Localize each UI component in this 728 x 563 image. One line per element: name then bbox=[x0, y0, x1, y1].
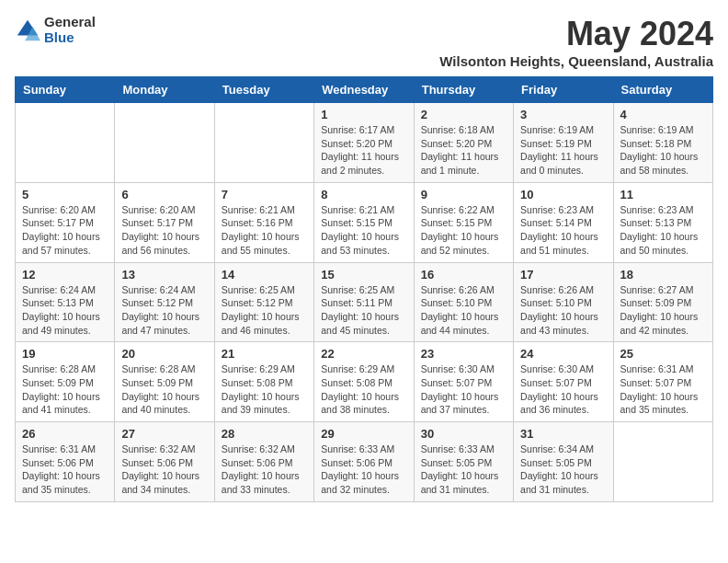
calendar-cell: 16Sunrise: 6:26 AMSunset: 5:10 PMDayligh… bbox=[414, 262, 513, 342]
day-detail: Sunrise: 6:26 AMSunset: 5:10 PMDaylight:… bbox=[421, 283, 506, 338]
calendar-table: SundayMondayTuesdayWednesdayThursdayFrid… bbox=[15, 76, 713, 502]
day-number: 14 bbox=[222, 268, 307, 282]
day-detail: Sunrise: 6:34 AMSunset: 5:05 PMDaylight:… bbox=[520, 442, 606, 497]
calendar-cell: 27Sunrise: 6:32 AMSunset: 5:06 PMDayligh… bbox=[115, 422, 214, 502]
calendar-cell: 8Sunrise: 6:21 AMSunset: 5:15 PMDaylight… bbox=[314, 182, 414, 262]
weekday-header-row: SundayMondayTuesdayWednesdayThursdayFrid… bbox=[16, 77, 713, 103]
day-detail: Sunrise: 6:31 AMSunset: 5:07 PMDaylight:… bbox=[620, 362, 706, 417]
calendar-cell: 3Sunrise: 6:19 AMSunset: 5:19 PMDaylight… bbox=[514, 103, 613, 183]
calendar-header: SundayMondayTuesdayWednesdayThursdayFrid… bbox=[16, 77, 713, 103]
day-detail: Sunrise: 6:21 AMSunset: 5:15 PMDaylight:… bbox=[321, 203, 406, 258]
calendar-cell: 14Sunrise: 6:25 AMSunset: 5:12 PMDayligh… bbox=[214, 262, 313, 342]
day-detail: Sunrise: 6:25 AMSunset: 5:11 PMDaylight:… bbox=[321, 283, 406, 338]
weekday-header-friday: Friday bbox=[514, 77, 613, 103]
day-number: 4 bbox=[620, 108, 706, 121]
day-detail: Sunrise: 6:29 AMSunset: 5:08 PMDaylight:… bbox=[321, 362, 406, 417]
calendar-cell: 29Sunrise: 6:33 AMSunset: 5:06 PMDayligh… bbox=[314, 422, 414, 502]
day-detail: Sunrise: 6:23 AMSunset: 5:14 PMDaylight:… bbox=[520, 203, 606, 258]
day-detail: Sunrise: 6:20 AMSunset: 5:17 PMDaylight:… bbox=[22, 203, 108, 258]
day-detail: Sunrise: 6:30 AMSunset: 5:07 PMDaylight:… bbox=[421, 362, 506, 417]
day-detail: Sunrise: 6:31 AMSunset: 5:06 PMDaylight:… bbox=[22, 442, 108, 497]
calendar-cell: 19Sunrise: 6:28 AMSunset: 5:09 PMDayligh… bbox=[16, 342, 115, 422]
day-number: 30 bbox=[421, 427, 506, 441]
weekday-header-saturday: Saturday bbox=[613, 77, 712, 103]
day-number: 6 bbox=[121, 188, 207, 201]
day-detail: Sunrise: 6:19 AMSunset: 5:18 PMDaylight:… bbox=[620, 123, 706, 178]
day-detail: Sunrise: 6:17 AMSunset: 5:20 PMDaylight:… bbox=[321, 123, 406, 178]
calendar-cell: 4Sunrise: 6:19 AMSunset: 5:18 PMDaylight… bbox=[613, 103, 712, 183]
day-number: 16 bbox=[421, 268, 506, 282]
calendar-cell: 30Sunrise: 6:33 AMSunset: 5:05 PMDayligh… bbox=[414, 422, 513, 502]
day-detail: Sunrise: 6:28 AMSunset: 5:09 PMDaylight:… bbox=[22, 362, 108, 417]
calendar-cell: 12Sunrise: 6:24 AMSunset: 5:13 PMDayligh… bbox=[16, 262, 115, 342]
day-detail: Sunrise: 6:20 AMSunset: 5:17 PMDaylight:… bbox=[121, 203, 207, 258]
day-number: 26 bbox=[22, 427, 108, 441]
day-detail: Sunrise: 6:22 AMSunset: 5:15 PMDaylight:… bbox=[421, 203, 506, 258]
calendar-cell: 11Sunrise: 6:23 AMSunset: 5:13 PMDayligh… bbox=[613, 182, 712, 262]
logo: General Blue bbox=[15, 15, 96, 45]
day-number: 5 bbox=[22, 188, 108, 201]
day-number: 1 bbox=[321, 108, 406, 121]
calendar-cell bbox=[16, 103, 115, 183]
day-detail: Sunrise: 6:32 AMSunset: 5:06 PMDaylight:… bbox=[121, 442, 207, 497]
calendar-title: May 2024 bbox=[439, 15, 713, 53]
weekday-header-tuesday: Tuesday bbox=[214, 77, 313, 103]
weekday-header-monday: Monday bbox=[115, 77, 214, 103]
day-number: 20 bbox=[121, 347, 207, 361]
weekday-header-sunday: Sunday bbox=[16, 77, 115, 103]
logo-general-text: General bbox=[44, 15, 96, 30]
calendar-cell: 6Sunrise: 6:20 AMSunset: 5:17 PMDaylight… bbox=[115, 182, 214, 262]
day-number: 25 bbox=[620, 347, 706, 361]
day-detail: Sunrise: 6:24 AMSunset: 5:12 PMDaylight:… bbox=[121, 283, 207, 338]
day-detail: Sunrise: 6:18 AMSunset: 5:20 PMDaylight:… bbox=[421, 123, 506, 178]
calendar-cell bbox=[613, 422, 712, 502]
calendar-cell: 7Sunrise: 6:21 AMSunset: 5:16 PMDaylight… bbox=[214, 182, 313, 262]
day-number: 29 bbox=[321, 427, 406, 441]
calendar-cell bbox=[115, 103, 214, 183]
day-detail: Sunrise: 6:19 AMSunset: 5:19 PMDaylight:… bbox=[520, 123, 606, 178]
calendar-cell: 21Sunrise: 6:29 AMSunset: 5:08 PMDayligh… bbox=[214, 342, 313, 422]
weekday-header-wednesday: Wednesday bbox=[314, 77, 414, 103]
day-detail: Sunrise: 6:28 AMSunset: 5:09 PMDaylight:… bbox=[121, 362, 207, 417]
day-number: 9 bbox=[421, 188, 506, 201]
calendar-cell: 10Sunrise: 6:23 AMSunset: 5:14 PMDayligh… bbox=[514, 182, 613, 262]
day-number: 10 bbox=[520, 188, 606, 201]
calendar-cell: 26Sunrise: 6:31 AMSunset: 5:06 PMDayligh… bbox=[16, 422, 115, 502]
calendar-body: 1Sunrise: 6:17 AMSunset: 5:20 PMDaylight… bbox=[16, 103, 713, 502]
day-detail: Sunrise: 6:25 AMSunset: 5:12 PMDaylight:… bbox=[222, 283, 307, 338]
calendar-cell: 1Sunrise: 6:17 AMSunset: 5:20 PMDaylight… bbox=[314, 103, 414, 183]
day-number: 7 bbox=[222, 188, 307, 201]
day-number: 19 bbox=[22, 347, 108, 361]
calendar-subtitle: Wilsonton Heights, Queensland, Australia bbox=[439, 53, 713, 69]
calendar-week-row: 1Sunrise: 6:17 AMSunset: 5:20 PMDaylight… bbox=[16, 103, 713, 183]
day-number: 28 bbox=[222, 427, 307, 441]
calendar-cell: 31Sunrise: 6:34 AMSunset: 5:05 PMDayligh… bbox=[514, 422, 613, 502]
day-detail: Sunrise: 6:23 AMSunset: 5:13 PMDaylight:… bbox=[620, 203, 706, 258]
calendar-cell: 17Sunrise: 6:26 AMSunset: 5:10 PMDayligh… bbox=[514, 262, 613, 342]
day-detail: Sunrise: 6:29 AMSunset: 5:08 PMDaylight:… bbox=[222, 362, 307, 417]
calendar-cell: 24Sunrise: 6:30 AMSunset: 5:07 PMDayligh… bbox=[514, 342, 613, 422]
header: General Blue May 2024 Wilsonton Heights,… bbox=[15, 15, 713, 69]
day-number: 2 bbox=[421, 108, 506, 121]
day-number: 15 bbox=[321, 268, 406, 282]
day-number: 21 bbox=[222, 347, 307, 361]
day-number: 12 bbox=[22, 268, 108, 282]
logo-text: General Blue bbox=[44, 15, 96, 45]
logo-icon bbox=[15, 17, 40, 43]
day-detail: Sunrise: 6:27 AMSunset: 5:09 PMDaylight:… bbox=[620, 283, 706, 338]
day-number: 18 bbox=[620, 268, 706, 282]
calendar-cell: 15Sunrise: 6:25 AMSunset: 5:11 PMDayligh… bbox=[314, 262, 414, 342]
calendar-cell: 23Sunrise: 6:30 AMSunset: 5:07 PMDayligh… bbox=[414, 342, 513, 422]
day-number: 27 bbox=[121, 427, 207, 441]
day-number: 13 bbox=[121, 268, 207, 282]
calendar-cell bbox=[214, 103, 313, 183]
calendar-cell: 25Sunrise: 6:31 AMSunset: 5:07 PMDayligh… bbox=[613, 342, 712, 422]
calendar-week-row: 12Sunrise: 6:24 AMSunset: 5:13 PMDayligh… bbox=[16, 262, 713, 342]
title-area: May 2024 Wilsonton Heights, Queensland, … bbox=[439, 15, 713, 69]
logo-blue-text: Blue bbox=[44, 30, 96, 46]
day-number: 8 bbox=[321, 188, 406, 201]
day-detail: Sunrise: 6:24 AMSunset: 5:13 PMDaylight:… bbox=[22, 283, 108, 338]
calendar-cell: 13Sunrise: 6:24 AMSunset: 5:12 PMDayligh… bbox=[115, 262, 214, 342]
day-number: 24 bbox=[520, 347, 606, 361]
day-detail: Sunrise: 6:32 AMSunset: 5:06 PMDaylight:… bbox=[222, 442, 307, 497]
